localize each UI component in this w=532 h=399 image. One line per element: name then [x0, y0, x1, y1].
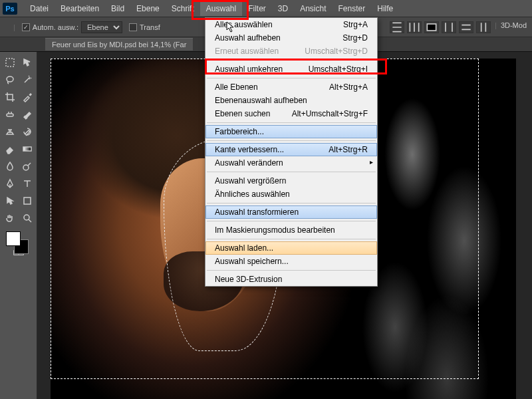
auto-select-target[interactable]: Ebene: [81, 21, 122, 33]
align-icon[interactable]: [407, 21, 422, 33]
menu-item-label: Auswahl speichern...: [215, 257, 289, 266]
svg-point-5: [23, 165, 29, 170]
auto-select-checkbox[interactable]: ✓: [22, 23, 30, 31]
menu-separator: [207, 78, 376, 78]
highlight-rectangle: [205, 59, 387, 74]
pen-tool-icon[interactable]: [2, 176, 18, 192]
svg-rect-1: [6, 59, 14, 66]
eyedropper-tool-icon[interactable]: [19, 89, 35, 105]
menu-item-label: Erneut auswählen: [215, 47, 279, 56]
show-transform-checkbox[interactable]: [129, 23, 137, 31]
color-swatches[interactable]: [2, 231, 35, 258]
app-icon: Ps: [3, 3, 17, 15]
hand-tool-icon[interactable]: [2, 210, 18, 226]
svg-rect-0: [427, 24, 436, 31]
align-icon-group: | 3D-Mod: [390, 21, 527, 33]
crop-tool-icon[interactable]: [2, 89, 18, 105]
shape-tool-icon[interactable]: [19, 193, 35, 209]
align-icon[interactable]: [424, 21, 439, 33]
menu-item[interactable]: Auswahl transformieren: [205, 205, 377, 219]
menu-item-label: Ebenen suchen: [215, 109, 270, 118]
menu-item[interactable]: Ebenen suchenAlt+Umschalt+Strg+F: [205, 107, 377, 120]
menu-item-shortcut: Alt+Strg+R: [329, 145, 368, 154]
3d-mode-label: 3D-Mod: [501, 21, 527, 33]
document-tab[interactable]: Feuer und Eis by MDI.psd bei 14,1% (Far: [45, 38, 193, 51]
menu-item-label: Ähnliches auswählen: [215, 190, 290, 199]
brush-tool-icon[interactable]: [19, 106, 35, 122]
marquee-tool-icon[interactable]: [2, 55, 18, 70]
align-icon[interactable]: [442, 21, 456, 33]
menu-item-label: Kante verbessern...: [215, 145, 284, 154]
magic-wand-tool-icon[interactable]: [19, 72, 35, 88]
distribute-icon[interactable]: [459, 21, 473, 33]
menu-item-label: Im Maskierungsmodus bearbeiten: [215, 225, 335, 235]
zoom-tool-icon[interactable]: [19, 210, 35, 226]
menu-separator: [207, 122, 376, 123]
menu-separator: [207, 203, 376, 203]
toolbox: [0, 52, 37, 399]
menu-bild[interactable]: Bild: [105, 1, 130, 16]
menu-item-label: Auswahl vergrößern: [215, 176, 286, 186]
menu-ansicht[interactable]: Ansicht: [294, 1, 332, 16]
svg-rect-6: [24, 198, 31, 204]
highlight-rectangle: [192, 0, 249, 20]
menu-ebene[interactable]: Ebene: [130, 1, 166, 16]
menu-item-label: Farbbereich...: [215, 127, 264, 136]
menu-item-label: Auswahl laden...: [215, 243, 273, 253]
eraser-tool-icon[interactable]: [2, 141, 18, 157]
menu-hilfe[interactable]: Hilfe: [371, 1, 399, 16]
svg-point-2: [7, 76, 13, 82]
menu-item[interactable]: Im Maskierungsmodus bearbeiten: [205, 223, 377, 237]
menu-item: Erneut auswählenUmschalt+Strg+D: [205, 45, 377, 58]
menu-item[interactable]: Ähnliches auswählen: [205, 188, 377, 201]
menu-item-label: Ebenenauswahl aufheben: [215, 96, 307, 105]
menu-separator: [207, 172, 376, 172]
move-tool-icon[interactable]: [19, 55, 35, 70]
menu-item[interactable]: Auswahl verändern: [205, 156, 377, 170]
menu-item[interactable]: Alle EbenenAlt+Strg+A: [205, 80, 377, 94]
menu-item-label: Auswahl transformieren: [215, 207, 299, 217]
cursor-icon: [226, 21, 235, 36]
menu-item-label: Auswahl aufheben: [215, 33, 281, 43]
clone-stamp-tool-icon[interactable]: [2, 124, 18, 140]
menu-item-shortcut: Strg+D: [342, 33, 368, 43]
menu-item-shortcut: Alt+Strg+A: [329, 82, 368, 92]
lasso-tool-icon[interactable]: [2, 72, 18, 88]
menu-separator: [207, 270, 376, 271]
menu-item-label: Alles auswählen: [215, 20, 273, 29]
history-brush-tool-icon[interactable]: [19, 124, 35, 140]
menu-item-shortcut: Strg+A: [343, 20, 368, 29]
menu-datei[interactable]: Datei: [24, 1, 55, 16]
menu-item-label: Auswahl verändern: [215, 158, 283, 168]
menu-separator: [207, 221, 376, 221]
menu-item[interactable]: Ebenenauswahl aufheben: [205, 94, 377, 107]
healing-brush-tool-icon[interactable]: [2, 106, 18, 122]
show-transform-label: Transf: [140, 23, 160, 31]
menu-item[interactable]: Kante verbessern...Alt+Strg+R: [205, 143, 377, 156]
menu-bearbeiten[interactable]: Bearbeiten: [55, 1, 105, 16]
blur-tool-icon[interactable]: [2, 158, 18, 174]
distribute-icon[interactable]: [476, 21, 491, 33]
menu-separator: [207, 140, 376, 141]
menu-item[interactable]: Auswahl laden...: [205, 241, 377, 255]
type-tool-icon[interactable]: [19, 176, 35, 192]
menu-item-label: Neue 3D-Extrusion: [215, 275, 282, 284]
foreground-swatch[interactable]: [6, 231, 21, 246]
menu-separator: [207, 239, 376, 239]
menu-fenster[interactable]: Fenster: [332, 1, 372, 16]
menu-item[interactable]: Farbbereich...: [205, 125, 377, 138]
menu-3d[interactable]: 3D: [272, 1, 294, 16]
menu-item-shortcut: Alt+Umschalt+Strg+F: [292, 109, 368, 118]
align-icon[interactable]: [390, 21, 404, 33]
svg-point-7: [24, 215, 29, 220]
menu-item[interactable]: Neue 3D-Extrusion: [205, 273, 377, 286]
menu-item[interactable]: Auswahl speichern...: [205, 255, 377, 268]
path-select-tool-icon[interactable]: [2, 193, 18, 209]
dodge-tool-icon[interactable]: [19, 158, 35, 174]
svg-rect-3: [7, 114, 13, 116]
menu-item[interactable]: Auswahl vergrößern: [205, 174, 377, 188]
gradient-tool-icon[interactable]: [19, 141, 35, 157]
svg-rect-4: [23, 147, 31, 151]
selection-menu-dropdown: Alles auswählenStrg+AAuswahl aufhebenStr…: [205, 17, 378, 287]
menubar: Ps DateiBearbeitenBildEbeneSchriftAuswah…: [0, 0, 532, 17]
